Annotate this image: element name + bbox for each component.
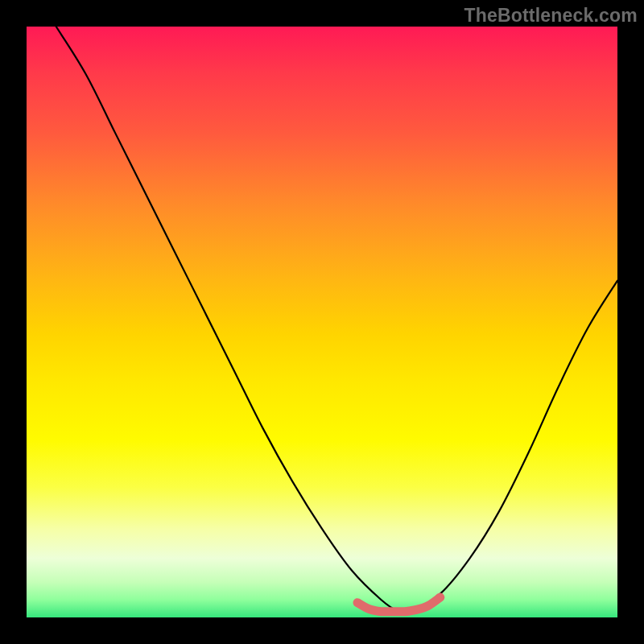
bottleneck-curve-path: [56, 27, 617, 613]
plot-area: [27, 27, 617, 617]
chart-stage: TheBottleneck.com: [0, 0, 644, 644]
chart-svg: [27, 27, 617, 617]
optimal-flat-segment-path: [357, 597, 440, 612]
watermark-text: TheBottleneck.com: [464, 5, 638, 27]
